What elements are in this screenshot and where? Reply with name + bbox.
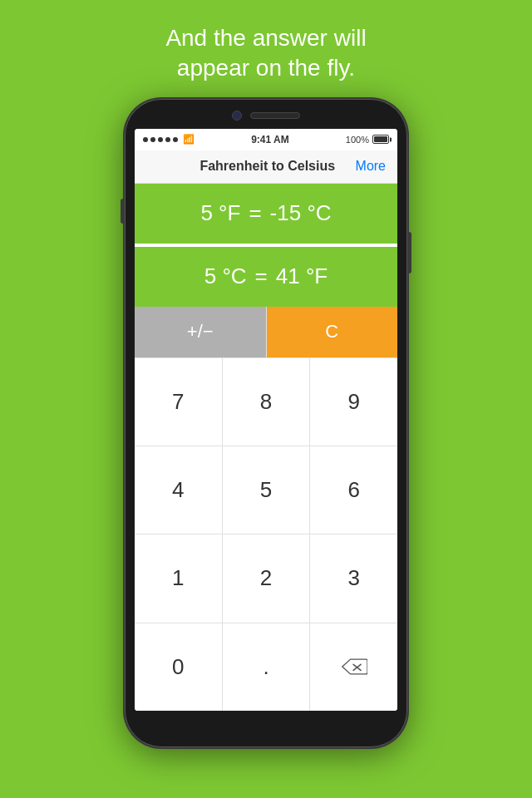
- tagline: And the answer willappear on the fly.: [132, 23, 399, 84]
- backspace-icon: [341, 658, 367, 676]
- battery-percent: 100%: [346, 135, 369, 145]
- key-6[interactable]: 6: [310, 446, 397, 534]
- key-4[interactable]: 4: [135, 446, 223, 534]
- key-row-123: 1 2 3: [135, 534, 397, 623]
- speaker: [250, 112, 300, 119]
- signal-dot-5: [173, 137, 178, 142]
- phone-shell: 📶 9:41 AM 100% Fahrenheit to Celsius Mor…: [125, 99, 407, 747]
- camera-icon: [232, 111, 242, 121]
- keypad: +/− C 7 8 9 4 5 6 1 2 3: [135, 307, 397, 711]
- signal-dot-3: [158, 137, 163, 142]
- key-row-456: 4 5 6: [135, 446, 397, 534]
- more-button[interactable]: More: [356, 159, 386, 174]
- key-8[interactable]: 8: [223, 358, 311, 446]
- camera-area: [232, 111, 300, 121]
- plus-minus-key[interactable]: +/−: [135, 307, 267, 357]
- key-2[interactable]: 2: [223, 534, 311, 622]
- phone-top: [135, 109, 397, 126]
- battery-icon: [372, 135, 389, 144]
- signal-area: 📶: [143, 134, 195, 145]
- conversion-1-equals: =: [249, 200, 261, 226]
- conversion-1-input: 5 °F: [200, 200, 240, 226]
- plus-minus-label: +/−: [187, 321, 214, 342]
- status-bar: 📶 9:41 AM 100%: [135, 129, 397, 150]
- signal-dot-4: [165, 137, 170, 142]
- key-row-0dot-back: 0 .: [135, 623, 397, 711]
- conversion-row-1: 5 °F = -15 °C: [135, 184, 397, 244]
- conversion-row-2: 5 °C = 41 °F: [135, 247, 397, 307]
- key-9[interactable]: 9: [310, 358, 397, 446]
- conversion-2-output: 41 °F: [276, 264, 328, 289]
- battery-area: 100%: [346, 135, 389, 145]
- clear-label: C: [325, 321, 338, 342]
- wifi-icon: 📶: [183, 134, 195, 145]
- key-row-789: 7 8 9: [135, 358, 397, 446]
- signal-dot-1: [143, 137, 148, 142]
- key-3[interactable]: 3: [310, 534, 397, 622]
- signal-dot-2: [150, 137, 155, 142]
- backspace-key[interactable]: [310, 623, 397, 711]
- battery-fill: [374, 136, 387, 142]
- conversion-1-output: -15 °C: [270, 200, 332, 226]
- key-5[interactable]: 5: [223, 446, 311, 534]
- conversion-2-input: 5 °C: [204, 264, 247, 289]
- special-key-row: +/− C: [135, 307, 397, 358]
- key-dot[interactable]: .: [223, 623, 311, 711]
- nav-bar: Fahrenheit to Celsius More: [135, 150, 397, 184]
- screen: 📶 9:41 AM 100% Fahrenheit to Celsius Mor…: [135, 129, 397, 711]
- clear-key[interactable]: C: [267, 307, 398, 357]
- key-0[interactable]: 0: [135, 623, 223, 711]
- conversion-2-equals: =: [255, 264, 268, 289]
- status-time: 9:41 AM: [251, 134, 289, 145]
- nav-title: Fahrenheit to Celsius: [200, 159, 335, 174]
- key-7[interactable]: 7: [135, 358, 223, 446]
- key-1[interactable]: 1: [135, 534, 223, 622]
